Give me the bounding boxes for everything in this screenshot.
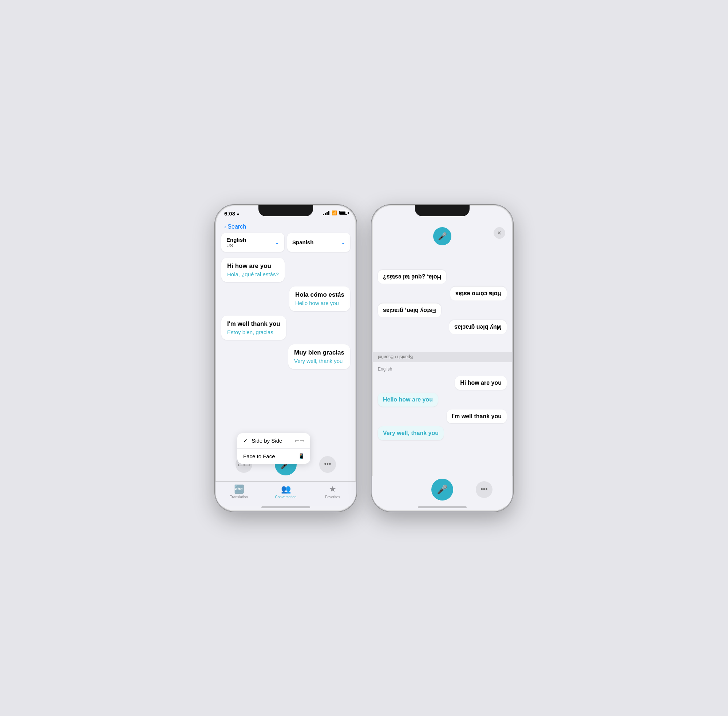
spanish-divider-label: Spanish / Español <box>378 355 413 360</box>
phone-2: ✕ 🎤 Muy bien gracias Estoy bien, gracias… <box>371 205 513 512</box>
more-options-button[interactable]: ••• <box>319 456 336 473</box>
bubble-4[interactable]: Muy bien gracias Very well, thank you <box>288 344 350 369</box>
bottom-bar-2: 🎤 ••• <box>372 476 513 506</box>
bubble-3-main: I'm well thank you <box>227 320 280 328</box>
check-icon: ✓ <box>243 438 249 444</box>
bubble-2[interactable]: Hola cómo estás Hello how are you <box>290 287 350 311</box>
flipped-bubble-3-text: Hola cómo estás <box>455 290 502 297</box>
tab-translation[interactable]: 🔤 Translation <box>215 484 262 499</box>
signal-bar-1 <box>323 214 324 215</box>
english-bubble-3-text: I'm well thank you <box>452 413 502 420</box>
language-right-chevron-icon: ⌄ <box>341 240 345 245</box>
notch <box>258 205 313 216</box>
status-icons: 📶 <box>323 210 347 215</box>
face-to-face-content: Muy bien gracias Estoy bien, gracias Hol… <box>372 223 513 476</box>
english-bubble-4[interactable]: Very well, thank you <box>378 426 444 440</box>
english-section-label: English <box>378 365 507 373</box>
english-bubble-1[interactable]: Hi how are you <box>455 376 507 390</box>
status-time: 6:08 ▲ <box>224 210 240 217</box>
time-display: 6:08 <box>224 210 235 217</box>
bubble-1[interactable]: Hi how are you Hola, ¿qué tal estás? <box>221 258 285 282</box>
flipped-bubble-2[interactable]: Estoy bien, gracias <box>378 303 441 317</box>
top-microphone-icon: 🎤 <box>438 232 447 241</box>
english-bubble-4-text: Very well, thank you <box>383 430 438 437</box>
location-arrow: ▲ <box>236 211 240 215</box>
bubble-2-main: Hola cómo estás <box>295 291 344 299</box>
bottom-ellipsis-icon: ••• <box>481 485 488 493</box>
bubble-3[interactable]: I'm well thank you Estoy bien, gracias <box>221 316 286 340</box>
signal-bars-icon <box>323 211 329 215</box>
english-bubble-1-text: Hi how are you <box>460 380 502 386</box>
back-label: Search <box>228 223 246 230</box>
phone-1: 6:08 ▲ 📶 ‹ Search English <box>215 205 357 512</box>
flipped-bubble-1-text: Muy bien gracias <box>454 324 502 330</box>
context-menu: ✓ Side by Side ▭▭ Face to Face 📱 <box>237 433 310 464</box>
signal-bar-3 <box>326 212 328 215</box>
flipped-bubble-4-text: Hola, ¿qué tal estás? <box>383 273 441 280</box>
battery-icon <box>339 211 347 215</box>
back-button[interactable]: ‹ Search <box>224 223 347 230</box>
top-microphone-button[interactable]: 🎤 <box>433 227 451 245</box>
language-left-chevron-icon: ⌄ <box>275 240 279 245</box>
translation-tab-label: Translation <box>230 495 248 499</box>
bottom-more-button[interactable]: ••• <box>476 481 493 498</box>
english-bubble-2[interactable]: Hello how are you <box>378 393 438 407</box>
bubble-4-main: Muy bien gracias <box>294 349 344 357</box>
nav-back: ‹ Search <box>215 223 356 233</box>
flipped-bubble-4[interactable]: Hola, ¿qué tal estás? <box>378 270 446 284</box>
language-right-name: Spanish <box>292 239 313 245</box>
favorites-tab-icon: ★ <box>329 484 336 494</box>
english-bubble-2-text: Hello how are you <box>383 396 433 403</box>
conversation-area: Hi how are you Hola, ¿qué tal estás? Hol… <box>215 255 356 449</box>
bottom-microphone-button[interactable]: 🎤 <box>431 479 453 501</box>
language-right-button[interactable]: Spanish ⌄ <box>287 233 350 252</box>
tab-bar: 🔤 Translation 👥 Conversation ★ Favorites <box>215 481 356 506</box>
translation-tab-icon: 🔤 <box>234 484 244 494</box>
language-right-text: Spanish <box>292 239 313 245</box>
favorites-tab-label: Favorites <box>325 495 340 499</box>
signal-bar-4 <box>328 211 329 215</box>
language-left-name: English <box>226 237 246 243</box>
bubble-2-translation: Hello how are you <box>295 300 344 307</box>
face-to-face-icon: 📱 <box>298 453 304 459</box>
language-left-button[interactable]: English US ⌄ <box>221 233 284 252</box>
bubble-1-translation: Hola, ¿qué tal estás? <box>227 271 279 278</box>
conversation-tab-label: Conversation <box>275 495 297 499</box>
back-chevron-icon: ‹ <box>224 223 226 230</box>
language-divider: Spanish / Español <box>372 352 513 362</box>
bottom-microphone-icon: 🎤 <box>437 484 448 495</box>
context-face-label: Face to Face <box>243 453 275 460</box>
context-face-to-face[interactable]: Face to Face 📱 <box>237 449 310 464</box>
flipped-bubble-1[interactable]: Muy bien gracias <box>449 320 507 334</box>
context-side-by-side[interactable]: ✓ Side by Side ▭▭ <box>237 433 310 449</box>
language-left-region: US <box>226 243 246 248</box>
context-side-label: ✓ Side by Side <box>243 438 282 444</box>
tab-favorites[interactable]: ★ Favorites <box>309 484 356 499</box>
bubble-3-translation: Estoy bien, gracias <box>227 329 280 336</box>
close-button[interactable]: ✕ <box>494 227 505 239</box>
tab-conversation[interactable]: 👥 Conversation <box>262 484 309 499</box>
close-icon: ✕ <box>497 230 502 236</box>
flipped-bubble-3[interactable]: Hola cómo estás <box>450 287 507 300</box>
home-indicator <box>261 506 310 508</box>
side-by-side-icon: ▭▭ <box>295 438 304 444</box>
english-bubble-3[interactable]: I'm well thank you <box>447 410 507 423</box>
home-indicator-2 <box>418 506 467 508</box>
english-section: English Hi how are you Hello how are you… <box>372 362 513 476</box>
ellipsis-icon: ••• <box>324 460 331 468</box>
battery-fill <box>340 211 346 214</box>
signal-bar-2 <box>325 213 326 215</box>
notch-2 <box>415 205 470 216</box>
language-selector: English US ⌄ Spanish ⌄ <box>221 233 350 252</box>
language-left-text: English US <box>226 237 246 248</box>
flipped-bubble-2-text: Estoy bien, gracias <box>383 307 436 313</box>
bubble-4-translation: Very well, thank you <box>294 358 344 365</box>
conversation-tab-icon: 👥 <box>281 484 291 494</box>
wifi-icon: 📶 <box>332 210 337 215</box>
bubble-1-main: Hi how are you <box>227 262 279 270</box>
